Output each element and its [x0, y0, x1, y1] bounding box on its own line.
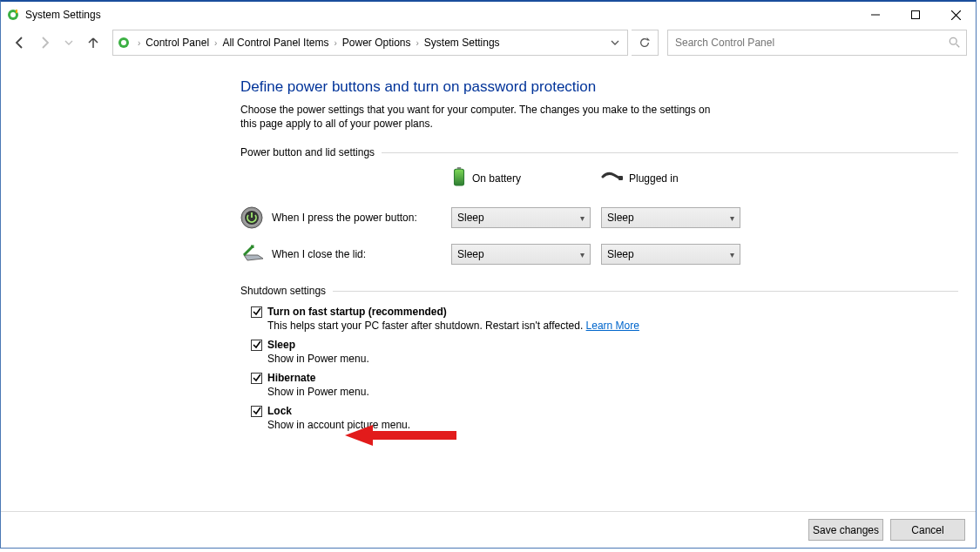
title-bar: System Settings: [1, 2, 976, 28]
chevron-down-icon: ▾: [730, 213, 734, 223]
chevron-down-icon: ▾: [580, 213, 585, 223]
battery-icon: [451, 167, 467, 189]
close-lid-plugged-select[interactable]: Sleep ▾: [601, 244, 740, 265]
close-lid-battery-select[interactable]: Sleep ▾: [451, 244, 591, 265]
fast-startup-desc: This helps start your PC faster after sh…: [267, 320, 958, 332]
power-button-battery-select[interactable]: Sleep ▾: [451, 207, 591, 228]
chevron-right-icon: ›: [332, 38, 338, 48]
svg-rect-2: [16, 10, 17, 13]
breadcrumb-item[interactable]: Power Options: [339, 37, 415, 49]
breadcrumb-item[interactable]: System Settings: [421, 37, 504, 49]
svg-line-10: [956, 44, 960, 48]
svg-rect-12: [455, 170, 464, 186]
close-lid-row-label: When I close the lid:: [240, 236, 441, 273]
fast-startup-checkbox[interactable]: [251, 306, 262, 318]
section-header-shutdown: Shutdown settings: [240, 285, 958, 297]
hibernate-option: Hibernate Show in Power menu.: [251, 372, 958, 398]
footer: Save changes Cancel: [1, 511, 976, 548]
power-button-plugged-select[interactable]: Sleep ▾: [601, 207, 740, 228]
maximize-button[interactable]: [896, 2, 936, 28]
section-header-power: Power button and lid settings: [240, 146, 958, 158]
nav-row: › Control Panel › All Control Panel Item…: [1, 28, 976, 61]
up-button[interactable]: [83, 32, 104, 53]
search-box[interactable]: [667, 30, 967, 56]
minimize-button[interactable]: [855, 2, 896, 28]
hibernate-checkbox[interactable]: [251, 373, 262, 384]
power-button-row-label: When I press the power button:: [240, 199, 441, 236]
control-panel-icon: [117, 36, 131, 50]
cancel-button[interactable]: Cancel: [890, 519, 965, 541]
hibernate-desc: Show in Power menu.: [267, 386, 958, 398]
chevron-down-icon: ▾: [580, 250, 585, 259]
plug-icon: [601, 170, 624, 186]
svg-point-1: [10, 12, 16, 17]
back-button[interactable]: [10, 32, 30, 53]
svg-point-9: [950, 37, 956, 44]
chevron-right-icon: ›: [136, 38, 142, 48]
svg-rect-13: [618, 176, 623, 180]
search-icon: [949, 37, 961, 49]
search-input[interactable]: [673, 36, 949, 50]
window-frame: System Settings: [0, 0, 977, 549]
lock-desc: Show in account picture menu.: [267, 419, 958, 431]
svg-rect-4: [912, 11, 920, 19]
address-bar[interactable]: › Control Panel › All Control Panel Item…: [112, 30, 628, 56]
chevron-right-icon: ›: [415, 38, 421, 48]
page-description: Choose the power settings that you want …: [240, 103, 728, 131]
column-header-battery: On battery: [451, 167, 591, 199]
svg-rect-16: [369, 431, 456, 440]
save-changes-button[interactable]: Save changes: [808, 519, 883, 541]
app-icon: [6, 8, 20, 22]
learn-more-link[interactable]: Learn More: [586, 320, 639, 332]
sleep-desc: Show in Power menu.: [267, 353, 958, 365]
svg-point-8: [121, 40, 126, 45]
refresh-button[interactable]: [632, 30, 659, 56]
column-header-plugged: Plugged in: [601, 170, 740, 197]
forward-button[interactable]: [34, 32, 55, 53]
sleep-checkbox[interactable]: [251, 340, 262, 351]
power-button-icon: [240, 206, 263, 229]
address-bar-dropdown[interactable]: [606, 38, 624, 47]
sleep-option: Sleep Show in Power menu.: [251, 339, 958, 365]
lock-option: Lock Show in account picture menu.: [251, 405, 958, 431]
breadcrumb-item[interactable]: All Control Panel Items: [219, 37, 332, 49]
fast-startup-option: Turn on fast startup (recommended) This …: [251, 306, 958, 332]
breadcrumb-item[interactable]: Control Panel: [142, 37, 213, 49]
chevron-right-icon: ›: [213, 38, 219, 48]
shutdown-settings-list: Turn on fast startup (recommended) This …: [251, 306, 958, 431]
power-settings-table: On battery Plugged in: [240, 167, 958, 273]
window-title: System Settings: [25, 9, 101, 21]
recent-locations-button[interactable]: [58, 32, 79, 53]
close-button[interactable]: [936, 2, 976, 28]
chevron-down-icon: ▾: [730, 250, 734, 259]
lock-checkbox[interactable]: [251, 406, 262, 417]
content-area: Define power buttons and turn on passwor…: [1, 61, 976, 511]
page-title: Define power buttons and turn on passwor…: [240, 78, 958, 96]
laptop-lid-icon: [240, 243, 263, 266]
